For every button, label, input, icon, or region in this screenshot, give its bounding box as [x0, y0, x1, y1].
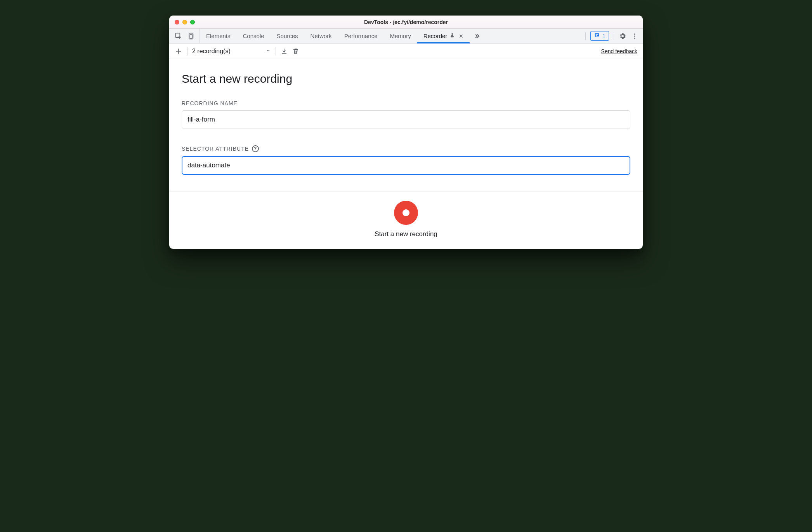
close-tab-icon[interactable]: ✕	[457, 33, 463, 39]
recording-name-label: Recording Name	[182, 100, 630, 106]
tab-sources[interactable]: Sources	[271, 29, 304, 43]
tabs-overflow-button[interactable]	[470, 29, 484, 43]
svg-point-5	[634, 37, 635, 38]
more-menu-icon[interactable]	[631, 33, 638, 40]
svg-rect-2	[190, 34, 192, 38]
start-recording-button[interactable]	[394, 201, 418, 225]
recorder-footer: Start a new recording	[169, 191, 643, 249]
issues-count: 1	[602, 33, 606, 39]
selector-attribute-field: Selector Attribute ?	[182, 145, 630, 175]
maximize-window-button[interactable]	[190, 20, 195, 24]
recording-name-input[interactable]	[182, 110, 630, 129]
tabs: Elements Console Sources Network Perform…	[200, 29, 470, 43]
add-recording-icon[interactable]	[175, 47, 182, 55]
recordings-count-label: 2 recording(s)	[192, 48, 231, 55]
tab-recorder[interactable]: Recorder ✕	[417, 29, 470, 43]
recording-name-field: Recording Name	[182, 100, 630, 129]
send-feedback-link[interactable]: Send feedback	[601, 48, 637, 54]
devtools-window: DevTools - jec.fyi/demo/recorder Element…	[169, 16, 643, 249]
minimize-window-button[interactable]	[182, 20, 187, 24]
chevron-down-icon	[265, 48, 271, 55]
tab-console[interactable]: Console	[237, 29, 271, 43]
titlebar: DevTools - jec.fyi/demo/recorder	[169, 16, 643, 29]
selector-attribute-input[interactable]	[182, 156, 630, 175]
tab-memory[interactable]: Memory	[384, 29, 417, 43]
recorder-main: Start a new recording Recording Name Sel…	[169, 59, 643, 191]
tab-network[interactable]: Network	[304, 29, 338, 43]
tabstrip: Elements Console Sources Network Perform…	[169, 29, 643, 43]
tab-elements[interactable]: Elements	[200, 29, 237, 43]
tab-performance[interactable]: Performance	[338, 29, 384, 43]
selector-attribute-label: Selector Attribute ?	[182, 145, 630, 152]
tabstrip-right: 1	[585, 29, 643, 43]
flask-icon	[449, 33, 455, 39]
tabstrip-leading	[169, 29, 200, 43]
device-toolbar-icon[interactable]	[188, 32, 195, 40]
issues-chip[interactable]: 1	[590, 31, 609, 41]
svg-point-4	[634, 35, 635, 37]
delete-icon[interactable]	[292, 47, 299, 55]
settings-icon[interactable]	[619, 32, 626, 40]
traffic-lights	[169, 20, 195, 24]
page-title: Start a new recording	[182, 72, 630, 85]
close-window-button[interactable]	[175, 20, 179, 24]
inspect-element-icon[interactable]	[175, 32, 182, 40]
help-icon[interactable]: ?	[252, 145, 259, 152]
window-title: DevTools - jec.fyi/demo/recorder	[169, 19, 643, 25]
chat-icon	[594, 32, 600, 40]
svg-point-3	[634, 33, 635, 35]
recordings-select[interactable]: 2 recording(s)	[192, 48, 271, 55]
start-recording-label: Start a new recording	[375, 230, 437, 238]
export-icon[interactable]	[281, 48, 288, 55]
record-icon	[403, 209, 409, 216]
recorder-toolbar: 2 recording(s) Send feedback	[169, 43, 643, 59]
